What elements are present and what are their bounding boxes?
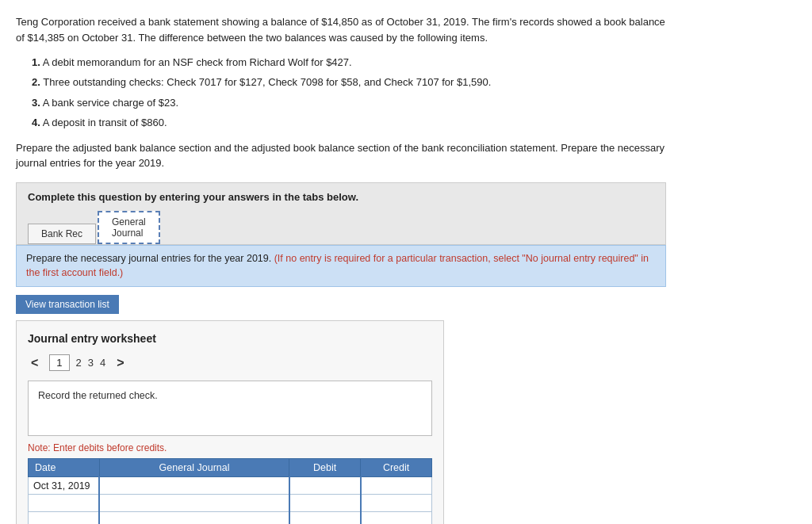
list-item-1: 1. A debit memorandum for an NSF check f… <box>32 53 796 71</box>
page-2[interactable]: 2 <box>76 357 82 369</box>
cell-gj-3[interactable] <box>99 512 289 524</box>
view-transaction-list-button[interactable]: View transaction list <box>16 295 119 314</box>
cell-credit-3[interactable] <box>361 512 432 524</box>
nav-pages: 1 2 3 4 <box>49 354 105 371</box>
nav-row: < 1 2 3 4 > <box>28 354 432 371</box>
col-header-date: Date <box>29 459 100 477</box>
table-row <box>29 512 432 524</box>
record-label: Record the returned check. <box>38 390 158 401</box>
list-item-3: 3. A bank service charge of $23. <box>32 94 796 112</box>
prepare-paragraph: Prepare the adjusted bank balance sectio… <box>16 140 666 171</box>
list-item-4: 4. A deposit in transit of $860. <box>32 113 796 132</box>
intro-paragraph1: Teng Corporation received a bank stateme… <box>16 14 666 45</box>
col-header-debit: Debit <box>289 459 361 477</box>
complete-box: Complete this question by entering your … <box>16 182 666 245</box>
cell-gj-1[interactable] <box>99 477 289 495</box>
table-row <box>29 495 432 512</box>
prev-page-button[interactable]: < <box>28 356 41 370</box>
cell-gj-2[interactable] <box>99 495 289 512</box>
tabs-row: Bank Rec GeneralJournal <box>28 211 654 244</box>
cell-credit-1[interactable] <box>361 477 432 495</box>
cell-date-1[interactable]: Oct 31, 2019 <box>29 477 100 495</box>
instructions-main: Prepare the necessary journal entries fo… <box>26 253 271 264</box>
numbered-list: 1. A debit memorandum for an NSF check f… <box>32 53 796 132</box>
cell-debit-1[interactable] <box>289 477 361 495</box>
page-3[interactable]: 3 <box>88 357 94 369</box>
col-header-credit: Credit <box>361 459 432 477</box>
cell-date-3[interactable] <box>29 512 100 524</box>
current-page-box[interactable]: 1 <box>49 354 69 371</box>
record-box: Record the returned check. <box>28 381 432 436</box>
cell-debit-3[interactable] <box>289 512 361 524</box>
cell-credit-2[interactable] <box>361 495 432 512</box>
cell-debit-2[interactable] <box>289 495 361 512</box>
list-item-2: 2. Three outstanding checks: Check 7017 … <box>32 73 796 91</box>
page-4[interactable]: 4 <box>100 357 105 369</box>
journal-table: Date General Journal Debit Credit Oct 31… <box>28 458 432 524</box>
table-row: Oct 31, 2019 <box>29 477 432 495</box>
instructions-bar: Prepare the necessary journal entries fo… <box>16 245 666 288</box>
complete-box-title: Complete this question by entering your … <box>28 191 654 203</box>
worksheet-box: Journal entry worksheet < 1 2 3 4 > Reco… <box>16 320 444 524</box>
worksheet-title: Journal entry worksheet <box>28 332 432 345</box>
tab-general-journal[interactable]: GeneralJournal <box>98 211 160 244</box>
tab-bank-rec[interactable]: Bank Rec <box>28 224 96 244</box>
cell-date-2[interactable] <box>29 495 100 512</box>
next-page-button[interactable]: > <box>113 356 127 370</box>
col-header-gj: General Journal <box>99 459 289 477</box>
note-text: Note: Enter debits before credits. <box>28 442 432 453</box>
